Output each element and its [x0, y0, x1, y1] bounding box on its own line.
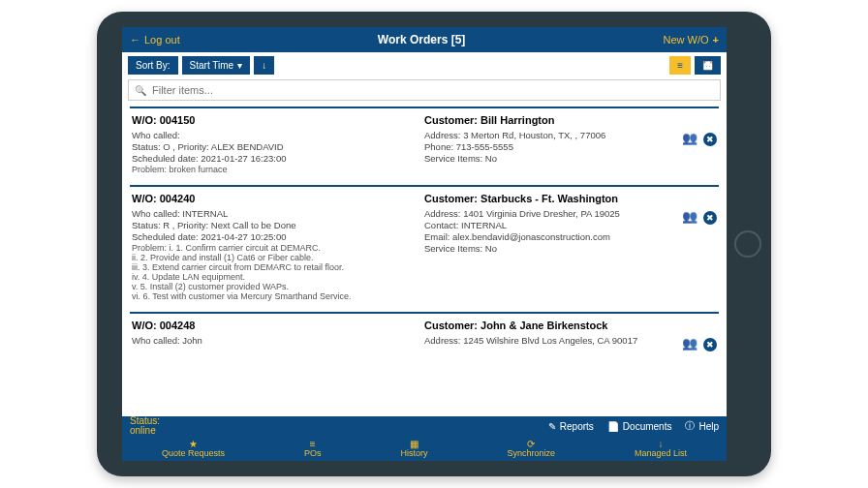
- wo-sched: Scheduled date: 2021-04-27 10:25:00: [132, 231, 418, 242]
- toolbar: Sort By: Start Time: [122, 52, 727, 77]
- nav-label: Quote Requests: [162, 449, 225, 458]
- crew-icon[interactable]: [682, 208, 698, 225]
- wo-who: Who called:: [132, 130, 418, 140]
- sort-field-button[interactable]: Start Time: [182, 56, 251, 75]
- customer-line: Address: 1245 Wilshire Blvd Los Angeles,…: [424, 335, 711, 346]
- nav-label: History: [400, 449, 427, 458]
- chevron-down-icon: [237, 60, 242, 71]
- reports-link[interactable]: Reports: [548, 419, 594, 433]
- nav-managed-list[interactable]: Managed List: [635, 440, 687, 458]
- close-icon[interactable]: [703, 130, 717, 146]
- wo-who: Who called: John: [132, 335, 418, 346]
- sort-field-label: Start Time: [190, 60, 234, 71]
- customer-line: Email: alex.bendavid@jonasconstruction.c…: [424, 231, 711, 242]
- work-order-item[interactable]: W/O: 004150Who called:Status: O , Priori…: [130, 107, 719, 185]
- logout-label: Log out: [144, 34, 180, 46]
- tablet-frame: Log out Work Orders [5] New W/O Sort By:…: [97, 12, 771, 476]
- tablet-home-button[interactable]: [734, 230, 761, 258]
- customer-line: Address: 1401 Virginia Drive Dresher, PA…: [424, 208, 711, 219]
- bars-icon: [310, 440, 316, 449]
- nav-label: Managed List: [635, 449, 687, 458]
- nav-history[interactable]: History: [400, 440, 427, 458]
- nav-label: POs: [304, 449, 322, 458]
- wo-problem: Problem: broken furnace: [132, 165, 418, 174]
- work-order-list: W/O: 004150Who called:Status: O , Priori…: [122, 105, 727, 461]
- customer-title: Customer: John & Jane Birkenstock: [424, 320, 711, 331]
- sort-down-icon: [262, 60, 266, 71]
- pencil-icon: [548, 421, 556, 432]
- work-order-item[interactable]: W/O: 004240Who called: INTERNALStatus: R…: [130, 185, 719, 312]
- customer-line: Address: 3 Merton Rd, Houston, TX, , 770…: [424, 130, 711, 140]
- back-arrow-icon: [130, 34, 140, 46]
- wo-who: Who called: INTERNAL: [132, 208, 418, 219]
- connection-status: Status: online: [130, 416, 160, 436]
- downarr-icon: [658, 440, 663, 449]
- list-view-button[interactable]: [669, 56, 691, 75]
- search-icon: [135, 84, 146, 96]
- new-wo-button[interactable]: New W/O: [663, 34, 719, 46]
- nav-pos[interactable]: POs: [304, 440, 322, 458]
- wo-statusline: Status: R , Priority: Next Call to be Do…: [132, 220, 418, 230]
- page-title: Work Orders [5]: [378, 33, 465, 46]
- customer-title: Customer: Bill Harrington: [424, 114, 711, 126]
- sort-direction-button[interactable]: [254, 56, 274, 75]
- wo-statusline: Status: O , Priority: ALEX BENDAVID: [132, 141, 418, 152]
- sync-icon: [527, 440, 535, 449]
- customer-line: Phone: 713-555-5555: [424, 141, 711, 152]
- nav-quote-requests[interactable]: Quote Requests: [162, 440, 225, 458]
- app-screen: Log out Work Orders [5] New W/O Sort By:…: [122, 27, 727, 461]
- new-wo-label: New W/O: [663, 34, 708, 46]
- crew-icon[interactable]: [682, 130, 698, 146]
- info-icon: [685, 419, 695, 433]
- wo-id: W/O: 004150: [132, 114, 418, 126]
- calendar-view-button[interactable]: [695, 56, 721, 75]
- wo-id: W/O: 004240: [132, 193, 418, 204]
- list-icon: [677, 60, 683, 71]
- nav-label: Synchronize: [507, 449, 555, 458]
- search-bar[interactable]: [128, 79, 721, 101]
- customer-title: Customer: Starbucks - Ft. Washington: [424, 193, 711, 204]
- close-icon[interactable]: [703, 335, 717, 351]
- top-bar: Log out Work Orders [5] New W/O: [122, 27, 727, 52]
- plus-icon: [713, 34, 719, 46]
- status-bar: Status: online Reports Documents Help: [122, 416, 727, 436]
- nav-synchronize[interactable]: Synchronize: [507, 440, 555, 458]
- help-link[interactable]: Help: [685, 419, 719, 433]
- work-order-item[interactable]: W/O: 004248Who called: JohnCustomer: Joh…: [130, 312, 719, 356]
- crew-icon[interactable]: [682, 335, 698, 351]
- star-icon: [189, 440, 198, 449]
- bottom-nav: Quote RequestsPOsHistorySynchronizeManag…: [122, 436, 727, 461]
- document-icon: [607, 421, 619, 432]
- customer-line: Contact: INTERNAL: [424, 220, 711, 230]
- close-icon[interactable]: [703, 208, 717, 225]
- logout-button[interactable]: Log out: [130, 34, 180, 46]
- customer-line: Service Items: No: [424, 153, 711, 164]
- customer-line: Service Items: No: [424, 243, 711, 254]
- wo-sched: Scheduled date: 2021-01-27 16:23:00: [132, 153, 418, 164]
- sort-by-button[interactable]: Sort By:: [128, 56, 178, 75]
- documents-link[interactable]: Documents: [607, 419, 672, 433]
- grid9-icon: [410, 440, 418, 449]
- wo-id: W/O: 004248: [132, 320, 418, 331]
- calendar-icon: [702, 60, 713, 71]
- wo-problem: Problem: i. 1. Confirm carrier circuit a…: [132, 243, 418, 301]
- search-input[interactable]: [152, 84, 714, 96]
